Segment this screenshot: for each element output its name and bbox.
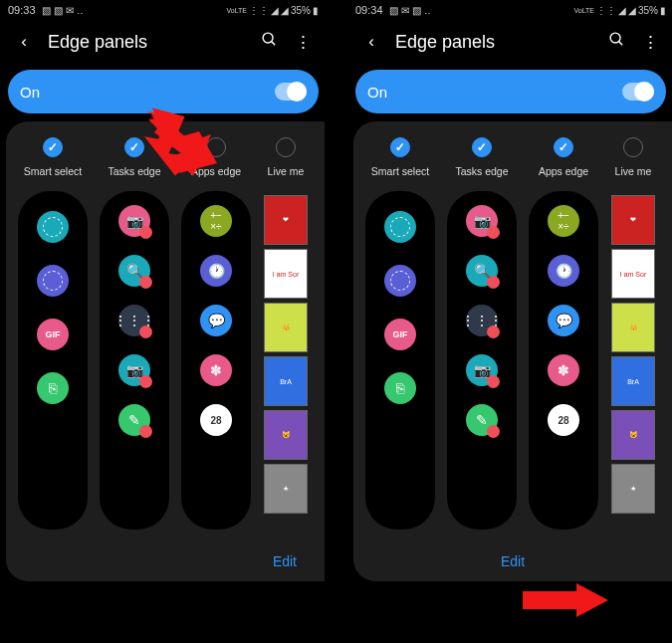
rectangle-select-icon — [37, 211, 69, 243]
search-app-icon: 🔍 — [118, 255, 150, 287]
more-indicator: ‥ — [424, 5, 431, 16]
camera2-icon: 📷 — [118, 354, 150, 386]
annotation-arrow-icon — [519, 581, 610, 621]
panel-preview-apps-edge[interactable]: +−×÷ 🕐 💬 ✽ 28 — [529, 191, 598, 530]
edit-link[interactable]: Edit — [273, 553, 297, 569]
live-tile: ★ — [611, 464, 655, 514]
checkbox-checked-icon[interactable] — [554, 137, 573, 157]
battery-icon: ▮ — [313, 5, 319, 16]
live-tile: ★ — [264, 464, 308, 514]
master-toggle[interactable]: On — [8, 70, 319, 113]
signal-icon: ◢ — [618, 5, 626, 16]
panel-previews: GIF ⎘ 📷 🔍 ⋮⋮⋮ 📷 ✎ +−×÷ 🕐 💬 ✽ 28 ❤ I am S… — [361, 191, 672, 530]
panel-preview-tasks-edge[interactable]: 📷 🔍 ⋮⋮⋮ 📷 ✎ — [100, 191, 169, 530]
panel-label: Smart select — [24, 165, 82, 177]
search-app-icon: 🔍 — [466, 255, 498, 287]
edit-icon: ✎ — [466, 404, 498, 436]
battery-percent: 35% — [291, 5, 311, 16]
panel-label: Apps edge — [539, 165, 588, 177]
live-tile: BrA — [611, 356, 655, 406]
search-icon[interactable] — [259, 31, 279, 53]
calculator-icon: +−×÷ — [200, 205, 232, 237]
flower-icon: ✽ — [548, 354, 579, 386]
wifi-icon: ⋮⋮ — [249, 5, 269, 16]
badge-icon — [139, 226, 152, 239]
panel-preview-tasks-edge[interactable]: 📷 🔍 ⋮⋮⋮ 📷 ✎ — [447, 191, 517, 530]
checkbox-checked-icon[interactable] — [390, 137, 410, 157]
dialpad-icon: ⋮⋮⋮ — [118, 305, 150, 336]
panel-previews: GIF ⎘ 📷 🔍 ⋮⋮⋮ 📷 ✎ +−×÷ 🕐 💬 ✽ 28 ❤ — [14, 191, 325, 530]
live-tile: ❤ — [611, 195, 655, 245]
checkbox-unchecked-icon[interactable] — [276, 137, 296, 157]
more-icon[interactable]: ⋮ — [640, 32, 660, 53]
status-time: 09:34 — [355, 4, 383, 16]
clock-icon: 🕐 — [200, 255, 232, 287]
signal-icon: ◢ — [628, 5, 636, 16]
status-bar: 09:34 ▧ ✉ ▧ ‥ VoLTE ⋮⋮ ◢ ◢ 35% ▮ — [349, 0, 672, 20]
annotation-arrow-icon — [143, 113, 219, 177]
panel-label: Live me — [615, 165, 652, 177]
back-button[interactable]: ‹ — [361, 32, 381, 52]
phone-screenshot-right: 09:34 ▧ ✉ ▧ ‥ VoLTE ⋮⋮ ◢ ◢ 35% ▮ ‹ Edge … — [349, 0, 672, 643]
battery-percent: 35% — [638, 5, 658, 16]
panel-preview-live-messages[interactable]: ❤ I am Sor 👑 BrA 🐱 ★ — [263, 191, 309, 528]
more-indicator: ‥ — [77, 5, 84, 16]
message-icon: ✉ — [66, 5, 74, 16]
search-icon[interactable] — [606, 31, 626, 53]
more-icon[interactable]: ⋮ — [293, 32, 313, 53]
status-left-icons: ▧ ▧ ✉ ‥ — [42, 5, 84, 16]
messages-icon: 💬 — [200, 305, 232, 336]
wifi-icon: ⋮⋮ — [596, 5, 616, 16]
live-tile: 🐱 — [264, 410, 308, 460]
panel-preview-smart-select[interactable]: GIF ⎘ — [18, 191, 88, 530]
app-bar: ‹ Edge panels ⋮ — [2, 20, 325, 64]
panel-option-live-messages[interactable]: Live me — [263, 137, 309, 177]
panels-container: Smart select Tasks edge Apps edge Live m… — [353, 121, 672, 581]
edit-link[interactable]: Edit — [501, 553, 525, 569]
checkbox-unchecked-icon[interactable] — [623, 137, 643, 157]
live-tile: I am Sor — [264, 249, 308, 299]
battery-icon: ▮ — [660, 5, 666, 16]
panel-option-smart-select[interactable]: Smart select — [365, 137, 435, 177]
live-tile: 👑 — [611, 303, 655, 352]
checkbox-checked-icon[interactable] — [124, 137, 144, 157]
camera2-icon: 📷 — [466, 354, 498, 386]
flower-icon: ✽ — [200, 354, 232, 386]
checkbox-checked-icon[interactable] — [472, 137, 492, 157]
checkbox-checked-icon[interactable] — [43, 137, 63, 157]
toggle-label: On — [367, 84, 387, 101]
panel-preview-smart-select[interactable]: GIF ⎘ — [365, 191, 435, 530]
master-toggle[interactable]: On — [355, 70, 666, 113]
rectangle-select-icon — [384, 211, 416, 243]
switch-on-icon[interactable] — [275, 83, 307, 101]
live-tile: 👑 — [264, 303, 308, 352]
messages-icon: 💬 — [548, 305, 579, 336]
panel-option-tasks-edge[interactable]: Tasks edge — [447, 137, 517, 177]
panel-preview-live-messages[interactable]: ❤ I am Sor 👑 BrA 🐱 ★ — [610, 191, 656, 528]
badge-icon — [487, 226, 500, 239]
oval-select-icon — [37, 265, 69, 297]
panel-option-smart-select[interactable]: Smart select — [18, 137, 88, 177]
switch-on-icon[interactable] — [622, 83, 654, 101]
calculator-icon: +−×÷ — [548, 205, 579, 237]
volte-icon: VoLTE — [573, 7, 594, 14]
panel-preview-apps-edge[interactable]: +−×÷ 🕐 💬 ✽ 28 — [181, 191, 251, 530]
live-tile: I am Sor — [611, 249, 655, 299]
calendar-icon: 28 — [200, 404, 232, 436]
panel-option-live-messages[interactable]: Live me — [610, 137, 656, 177]
panel-option-apps-edge[interactable]: Apps edge — [529, 137, 598, 177]
image-icon: ▧ — [412, 5, 421, 16]
image-icon: ▧ — [54, 5, 63, 16]
svg-point-0 — [263, 33, 273, 43]
toggle-label: On — [20, 84, 40, 101]
panel-label: Live me — [268, 165, 305, 177]
live-tile: BrA — [264, 356, 308, 406]
page-title: Edge panels — [395, 32, 592, 53]
gif-icon: GIF — [384, 319, 416, 350]
svg-line-10 — [618, 42, 622, 46]
phone-screenshot-left: 09:33 ▧ ▧ ✉ ‥ VoLTE ⋮⋮ ◢ ◢ 35% ▮ ‹ Edge … — [2, 0, 325, 643]
camera-icon: 📷 — [466, 205, 498, 237]
panel-label: Smart select — [371, 165, 429, 177]
back-button[interactable]: ‹ — [14, 32, 34, 52]
status-right: VoLTE ⋮⋮ ◢ ◢ 35% ▮ — [226, 5, 319, 16]
